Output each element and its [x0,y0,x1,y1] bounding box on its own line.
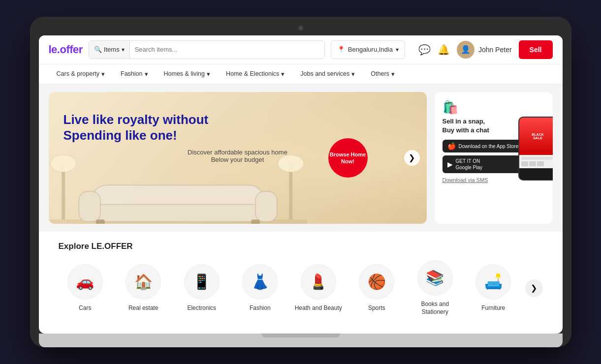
sports-icon-circle: 🏀 [359,264,394,300]
phone-mockup: BLACKSALE [518,117,553,181]
shopping-bag-icon: 🛍️ [443,100,458,115]
sports-label: Sports [368,304,385,312]
category-furniture[interactable]: 🛋️ Furniture [467,264,520,312]
nav-chevron-fashion: ▾ [145,70,148,78]
app-promo-tagline: Sell in a snap, Buy with a chat [443,117,489,135]
svg-rect-2 [87,205,268,222]
svg-rect-3 [79,191,100,221]
search-category-selector[interactable]: 🔍 Items ▾ [89,41,130,59]
google-play-label: GET IT ONGoogle Play [456,158,482,171]
app-promo-panel: 🛍️ Sell in a snap, Buy with a chat 🍎 Dow… [435,92,553,224]
realestate-icon-circle: 🏠 [126,264,161,300]
furniture-label: Furniture [481,304,505,312]
categories-row: 🚗 Cars 🏠 Real estate 📱 Electronics 👗 Fas… [59,260,543,316]
furniture-icon-circle: 🛋️ [475,264,511,300]
health-beauty-label: Heath and Beauty [295,304,342,312]
cars-label: Cars [79,304,91,312]
nav-chevron-jobs: ▾ [351,70,355,78]
app-store-label: Download on the App Store [459,143,519,150]
nav-chevron-electronics: ▾ [281,70,285,78]
category-fashion[interactable]: 👗 Fashion [233,264,287,312]
health-beauty-icon-circle: 💄 [301,264,336,300]
category-sports[interactable]: 🏀 Sports [350,264,404,312]
location-text: Bengaluru,India [348,46,393,53]
nav-item-cars[interactable]: Cars & property ▾ [49,64,113,84]
category-realestate[interactable]: 🏠 Real estate [117,264,170,312]
laptop-base [39,334,563,347]
user-name: John Peter [478,46,512,54]
explore-title: Explore LE.OFFER [59,242,543,251]
nav-item-others[interactable]: Others ▾ [363,64,403,84]
nav-label-fashion: Fashion [121,70,142,77]
notifications-button[interactable]: 🔔 [438,44,450,56]
nav-item-homes[interactable]: Homes & living ▾ [156,64,218,84]
search-icon: 🔍 [94,46,102,53]
header-icons: 💬 🔔 👤 John Peter Sell [418,40,553,59]
fashion-label: Fashion [250,304,271,312]
browse-home-button[interactable]: Browse Home Now! [328,138,368,178]
nav-label-others: Others [371,70,389,77]
laptop-frame: LE.OFFER 🔍 Items ▾ 📍 Bengaluru,India ▾ 💬… [30,17,571,347]
sms-download-link[interactable]: Download via SMS [443,177,488,183]
laptop-screen: LE.OFFER 🔍 Items ▾ 📍 Bengaluru,India ▾ 💬… [39,35,563,334]
laptop-camera [298,26,303,30]
hero-banner: Live like royalty without Spending like … [49,92,427,224]
sell-button[interactable]: Sell [519,40,553,59]
hero-title: Live like royalty without Spending like … [63,112,211,144]
books-label: Books and Stationery [409,301,462,316]
category-electronics[interactable]: 📱 Electronics [175,264,229,312]
apple-icon: 🍎 [447,142,456,150]
nav-chevron-homes: ▾ [207,70,210,78]
nav-chevron-cars: ▾ [101,70,105,78]
svg-rect-6 [251,219,260,224]
category-chevron-icon: ▾ [122,46,125,53]
svg-rect-5 [96,219,105,224]
avatar: 👤 [457,41,474,59]
category-cars[interactable]: 🚗 Cars [59,264,112,312]
location-chevron-icon: ▾ [396,46,399,53]
electronics-label: Electronics [187,304,216,312]
phone-screen: BLACKSALE [519,118,553,155]
header: LE.OFFER 🔍 Items ▾ 📍 Bengaluru,India ▾ 💬… [39,35,563,64]
electronics-icon-circle: 📱 [184,264,220,300]
svg-rect-4 [255,191,277,221]
search-bar: 🔍 Items ▾ [89,40,325,59]
realestate-label: Real estate [128,304,158,312]
nav-chevron-others: ▾ [391,70,395,78]
nav-item-fashion[interactable]: Fashion ▾ [113,64,156,84]
search-category-label: Items [104,46,120,53]
nav-label-homes: Homes & living [164,70,205,77]
location-selector[interactable]: 📍 Bengaluru,India ▾ [331,40,405,59]
fashion-icon-circle: 👗 [242,264,278,300]
books-icon-circle: 📚 [417,260,453,296]
category-books[interactable]: 📚 Books and Stationery [409,260,462,316]
search-input[interactable] [130,41,324,59]
location-pin-icon: 📍 [337,46,345,53]
category-health-beauty[interactable]: 💄 Heath and Beauty [292,264,346,312]
categories-next-button[interactable]: ❯ [525,279,543,297]
main-nav: Cars & property ▾ Fashion ▾ Homes & livi… [39,64,563,84]
chat-button[interactable]: 💬 [418,44,431,56]
nav-label-electronics: Home & Electionics [226,70,279,77]
explore-section: Explore LE.OFFER 🚗 Cars 🏠 Real estate 📱 … [49,232,553,326]
hero-next-button[interactable]: ❯ [404,150,420,166]
nav-label-jobs: Jobs and services [300,70,349,77]
nav-label-cars: Cars & property [57,70,100,77]
hero-furniture-art [49,155,307,224]
user-profile[interactable]: 👤 John Peter [457,41,512,59]
cars-icon-circle: 🚗 [67,264,103,300]
nav-item-electronics[interactable]: Home & Electionics ▾ [218,64,292,84]
play-store-icon: ▶ [447,160,453,168]
main-content: Live like royalty without Spending like … [39,84,563,232]
logo[interactable]: LE.OFFER [49,43,83,56]
nav-item-jobs[interactable]: Jobs and services ▾ [292,64,363,84]
